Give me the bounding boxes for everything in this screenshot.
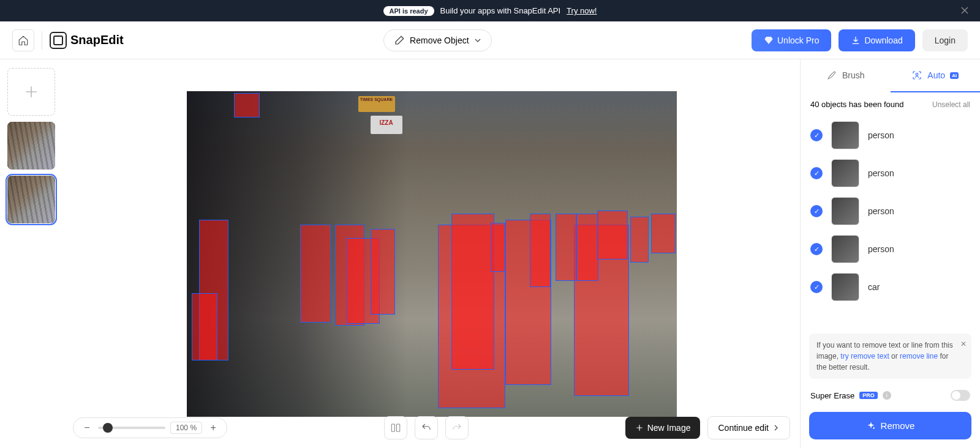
object-item[interactable]: ✓person xyxy=(808,230,973,268)
checkbox-checked-icon[interactable]: ✓ xyxy=(810,167,823,179)
object-item[interactable]: ✓person xyxy=(808,192,973,230)
checkbox-checked-icon[interactable]: ✓ xyxy=(810,243,823,255)
object-item[interactable]: ✓person xyxy=(808,116,973,154)
login-button[interactable]: Login xyxy=(922,29,968,51)
objects-found-text: 40 objects has been found xyxy=(810,100,904,109)
objects-found-row: 40 objects has been found Unselect all xyxy=(801,92,980,116)
right-panel: Brush Auto AI 40 objects has been found … xyxy=(800,59,980,448)
tip-box: ✕ If you want to remove text or line fro… xyxy=(809,334,971,379)
banner-text: Build your apps with SnapEdit API xyxy=(440,6,561,15)
zoom-slider-thumb[interactable] xyxy=(103,423,113,433)
object-item[interactable]: ✓person xyxy=(808,154,973,192)
api-badge: API is ready xyxy=(383,6,434,16)
download-button[interactable]: Download xyxy=(839,29,914,51)
tab-brush-label: Brush xyxy=(842,70,865,80)
object-list[interactable]: ✓person✓person✓person✓person✓car xyxy=(801,116,980,327)
object-thumbnail xyxy=(831,235,859,263)
home-button[interactable] xyxy=(12,29,34,51)
new-image-label: New Image xyxy=(647,423,691,433)
detection-box[interactable] xyxy=(371,229,395,315)
object-label: person xyxy=(868,206,894,216)
tab-auto-label: Auto xyxy=(927,70,945,80)
tip-text: or xyxy=(889,352,900,360)
detection-box[interactable] xyxy=(530,214,551,287)
scan-icon xyxy=(911,70,922,81)
redo-button[interactable] xyxy=(445,416,469,439)
download-icon xyxy=(851,35,861,45)
plus-icon xyxy=(23,84,39,100)
object-label: person xyxy=(868,168,894,178)
login-label: Login xyxy=(935,35,956,45)
detection-box[interactable] xyxy=(597,211,628,259)
undo-button[interactable] xyxy=(415,416,438,439)
detection-box[interactable] xyxy=(630,217,649,263)
thumbnail-1[interactable] xyxy=(7,122,55,170)
bottom-toolbar: − 100 % + New Image Continue edit xyxy=(63,416,800,439)
add-image-tile[interactable] xyxy=(7,68,55,116)
checkbox-checked-icon[interactable]: ✓ xyxy=(810,281,823,293)
detection-box[interactable] xyxy=(651,214,676,253)
ai-badge: AI xyxy=(950,72,959,79)
mode-tabs: Brush Auto AI xyxy=(801,59,980,92)
new-image-button[interactable]: New Image xyxy=(625,417,701,439)
object-label: person xyxy=(868,244,894,254)
chevron-right-icon xyxy=(772,424,780,431)
zoom-in-button[interactable]: + xyxy=(207,422,219,434)
close-icon[interactable]: ✕ xyxy=(960,338,967,349)
object-thumbnail xyxy=(831,159,859,187)
canvas-sign: IZZA xyxy=(371,116,402,134)
continue-edit-label: Continue edit xyxy=(718,423,769,433)
svg-rect-0 xyxy=(391,424,394,431)
thumbnail-2[interactable] xyxy=(7,176,55,223)
object-label: car xyxy=(868,282,880,292)
object-thumbnail xyxy=(831,197,859,225)
zoom-value: 100 % xyxy=(170,422,202,434)
unlock-pro-label: Unlock Pro xyxy=(777,35,819,45)
info-icon[interactable]: i xyxy=(883,391,891,400)
remove-button[interactable]: Remove xyxy=(809,412,971,439)
detection-box[interactable] xyxy=(556,214,576,281)
detection-box[interactable] xyxy=(234,93,260,118)
detection-box[interactable] xyxy=(576,214,598,281)
tab-brush[interactable]: Brush xyxy=(801,59,891,92)
logo-text: SnapEdit xyxy=(70,33,124,47)
zoom-controls: − 100 % + xyxy=(73,417,227,438)
remove-line-link[interactable]: remove line xyxy=(900,352,938,360)
api-banner: API is ready Build your apps with SnapEd… xyxy=(0,0,980,21)
compare-button[interactable] xyxy=(384,416,407,439)
remove-label: Remove xyxy=(881,420,915,431)
tool-selector[interactable]: Remove Object xyxy=(383,29,491,51)
detection-box[interactable] xyxy=(192,293,217,360)
app-header: SnapEdit Remove Object Unlock Pro Downlo… xyxy=(0,21,980,59)
unselect-all-link[interactable]: Unselect all xyxy=(932,100,970,109)
detection-box[interactable] xyxy=(451,214,494,370)
zoom-out-button[interactable]: − xyxy=(81,422,93,434)
detection-box[interactable] xyxy=(491,223,505,272)
chevron-down-icon xyxy=(474,37,481,44)
object-thumbnail xyxy=(831,273,859,301)
checkbox-checked-icon[interactable]: ✓ xyxy=(810,205,823,217)
detection-box[interactable] xyxy=(300,225,331,323)
logo[interactable]: SnapEdit xyxy=(50,32,124,49)
tab-auto[interactable]: Auto AI xyxy=(891,59,981,92)
workspace: TIMES SQUARE IZZA − 100 % + xyxy=(0,59,980,448)
banner-try-link[interactable]: Try now! xyxy=(567,6,597,15)
object-item[interactable]: ✓car xyxy=(808,268,973,306)
unlock-pro-button[interactable]: Unlock Pro xyxy=(752,29,831,51)
object-label: person xyxy=(868,130,894,140)
undo-icon xyxy=(421,422,432,433)
home-icon xyxy=(18,35,29,46)
super-erase-label: Super Erase xyxy=(810,391,854,400)
plus-icon xyxy=(635,424,644,432)
object-thumbnail xyxy=(831,121,859,149)
remove-text-link[interactable]: try remove text xyxy=(840,352,889,360)
zoom-slider[interactable] xyxy=(98,427,165,429)
continue-edit-button[interactable]: Continue edit xyxy=(707,416,790,439)
compare-icon xyxy=(390,422,401,433)
canvas-image[interactable]: TIMES SQUARE IZZA xyxy=(187,91,677,417)
close-icon[interactable] xyxy=(960,6,970,16)
pro-badge: PRO xyxy=(859,392,878,399)
canvas-area: TIMES SQUARE IZZA − 100 % + xyxy=(63,59,800,448)
super-erase-toggle[interactable] xyxy=(951,390,970,401)
checkbox-checked-icon[interactable]: ✓ xyxy=(810,129,823,141)
